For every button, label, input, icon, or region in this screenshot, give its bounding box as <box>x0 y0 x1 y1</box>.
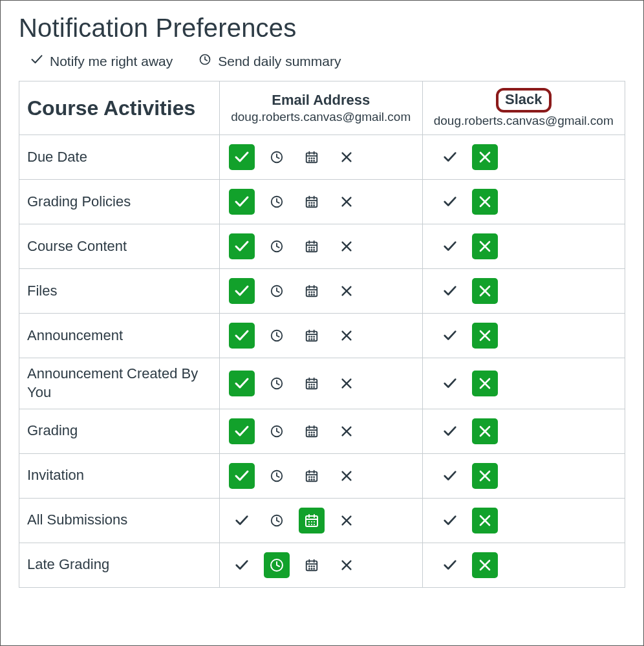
option-daily[interactable] <box>264 508 290 533</box>
activity-name: Due Date <box>19 135 220 180</box>
option-never[interactable] <box>472 552 498 578</box>
pref-cell <box>422 135 625 180</box>
option-daily[interactable] <box>264 552 290 578</box>
clock-icon <box>270 376 284 391</box>
option-weekly[interactable] <box>299 508 325 533</box>
option-daily[interactable] <box>264 233 290 259</box>
option-immediate[interactable] <box>229 189 255 215</box>
option-immediate[interactable] <box>229 463 255 489</box>
close-icon <box>339 150 354 164</box>
legend-daily-label: Send daily summary <box>218 54 341 69</box>
option-never[interactable] <box>334 278 360 304</box>
option-never[interactable] <box>472 371 498 396</box>
check-icon <box>443 150 457 164</box>
option-immediate[interactable] <box>229 508 255 533</box>
option-never[interactable] <box>334 371 360 396</box>
option-weekly[interactable] <box>299 463 325 489</box>
check-icon <box>443 558 457 572</box>
option-weekly[interactable] <box>299 144 325 170</box>
option-immediate[interactable] <box>437 508 463 533</box>
close-icon <box>477 149 493 165</box>
option-immediate[interactable] <box>229 278 255 304</box>
option-immediate[interactable] <box>229 323 255 349</box>
option-weekly[interactable] <box>299 552 325 578</box>
close-icon <box>477 239 493 254</box>
clock-icon <box>270 513 284 528</box>
option-never[interactable] <box>472 418 498 444</box>
close-icon <box>339 328 354 343</box>
activity-row: Announcement <box>19 314 625 358</box>
close-icon <box>477 283 493 299</box>
calendar-icon <box>304 513 319 528</box>
option-immediate[interactable] <box>437 189 463 215</box>
option-weekly[interactable] <box>299 371 325 396</box>
pref-cell <box>422 409 625 453</box>
option-weekly[interactable] <box>299 233 325 259</box>
option-immediate[interactable] <box>437 418 463 444</box>
option-never[interactable] <box>334 508 360 533</box>
option-immediate[interactable] <box>437 552 463 578</box>
close-icon <box>339 195 354 209</box>
option-immediate[interactable] <box>229 552 255 578</box>
option-daily[interactable] <box>264 189 290 215</box>
close-icon <box>477 376 493 391</box>
option-daily[interactable] <box>264 144 290 170</box>
option-immediate[interactable] <box>437 144 463 170</box>
pref-cell <box>422 358 625 409</box>
close-icon <box>339 469 354 483</box>
option-weekly[interactable] <box>299 278 325 304</box>
option-never[interactable] <box>334 144 360 170</box>
pref-cell <box>220 453 423 498</box>
close-icon <box>477 194 493 210</box>
option-immediate[interactable] <box>437 233 463 259</box>
option-never[interactable] <box>472 278 498 304</box>
pref-cell <box>220 224 423 269</box>
calendar-icon <box>305 424 319 438</box>
option-never[interactable] <box>334 418 360 444</box>
option-immediate[interactable] <box>437 323 463 349</box>
option-daily[interactable] <box>264 463 290 489</box>
activity-row: Files <box>19 269 625 314</box>
option-never[interactable] <box>472 144 498 170</box>
option-daily[interactable] <box>264 371 290 396</box>
option-never[interactable] <box>334 233 360 259</box>
activity-row: Due Date <box>19 135 625 180</box>
option-weekly[interactable] <box>299 323 325 349</box>
clock-icon <box>270 150 284 164</box>
option-never[interactable] <box>472 508 498 533</box>
option-immediate[interactable] <box>229 371 255 396</box>
activity-row: Invitation <box>19 453 625 498</box>
option-never[interactable] <box>472 463 498 489</box>
clock-icon <box>270 239 284 253</box>
option-immediate[interactable] <box>437 278 463 304</box>
pref-cell <box>422 224 625 269</box>
option-never[interactable] <box>472 323 498 349</box>
option-daily[interactable] <box>264 418 290 444</box>
option-immediate[interactable] <box>229 418 255 444</box>
option-never[interactable] <box>334 323 360 349</box>
activity-name: Late Grading <box>19 543 220 587</box>
option-never[interactable] <box>334 552 360 578</box>
pref-cell <box>220 180 423 224</box>
channel-name: Email Address <box>272 92 370 109</box>
option-weekly[interactable] <box>299 418 325 444</box>
option-immediate[interactable] <box>437 371 463 396</box>
option-never[interactable] <box>472 233 498 259</box>
option-never[interactable] <box>334 189 360 215</box>
option-weekly[interactable] <box>299 189 325 215</box>
option-immediate[interactable] <box>229 233 255 259</box>
calendar-icon <box>305 239 319 253</box>
option-daily[interactable] <box>264 278 290 304</box>
option-never[interactable] <box>334 463 360 489</box>
clock-icon <box>270 195 284 209</box>
close-icon <box>339 284 354 298</box>
legend-immediate-label: Notify me right away <box>50 54 173 69</box>
activity-row: Grading <box>19 409 625 453</box>
option-immediate[interactable] <box>229 144 255 170</box>
close-icon <box>339 376 354 391</box>
option-immediate[interactable] <box>437 463 463 489</box>
close-icon <box>339 513 354 528</box>
category-header: Course Activities <box>19 81 220 135</box>
option-daily[interactable] <box>264 323 290 349</box>
option-never[interactable] <box>472 189 498 215</box>
